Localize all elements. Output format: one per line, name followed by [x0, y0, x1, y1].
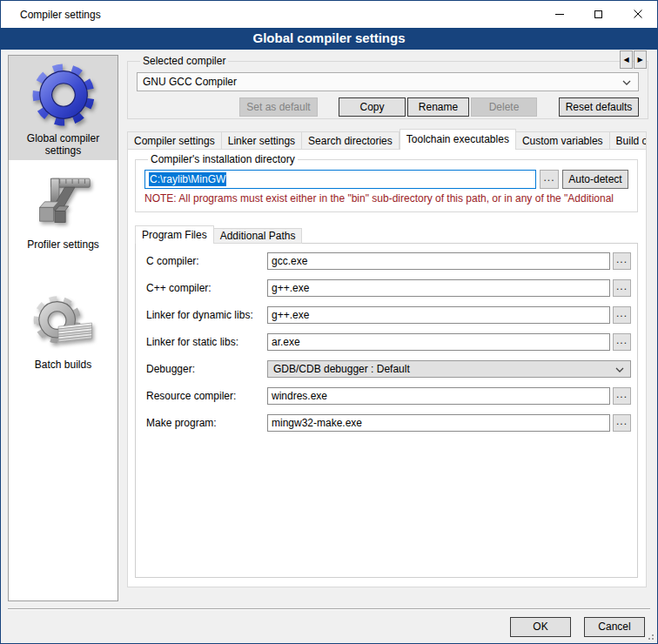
field-value: mingw32-make.exe [272, 417, 362, 429]
field-label: Make program: [146, 417, 267, 429]
make-program-browse-button[interactable]: ... [613, 414, 631, 432]
chevron-down-icon [615, 367, 624, 372]
tab-additional-paths[interactable]: Additional Paths [214, 228, 303, 244]
maximize-icon [594, 10, 602, 18]
debugger-select-value: GDB/CDB debugger : Default [273, 363, 410, 375]
spacer [537, 97, 559, 117]
field-row-debugger: Debugger: GDB/CDB debugger : Default [146, 360, 631, 378]
installation-directory-row: C:\raylib\MinGW ... Auto-detect [144, 170, 628, 189]
minimize-icon [555, 14, 564, 15]
installation-directory-legend: Compiler's installation directory [148, 153, 298, 165]
debugger-select[interactable]: GDB/CDB debugger : Default [267, 360, 631, 378]
tab-scroll-left-icon[interactable]: ◀ [620, 50, 633, 69]
field-row-cpp-compiler: C++ compiler: g++.exe ... [146, 279, 631, 297]
dialog-body: Global compiler settings [1, 50, 657, 643]
installation-directory-browse-button[interactable]: ... [540, 170, 559, 189]
field-value: windres.exe [272, 390, 327, 402]
cpp-compiler-input[interactable]: g++.exe [267, 279, 610, 297]
field-row-dynamic-linker: Linker for dynamic libs: g++.exe ... [146, 306, 631, 324]
field-row-make-program: Make program: mingw32-make.exe ... [146, 414, 631, 432]
field-label: C compiler: [146, 255, 267, 267]
chevron-down-icon [622, 80, 631, 85]
sidebar-item-label: Profiler settings [27, 238, 99, 251]
compiler-select-value: GNU GCC Compiler [143, 76, 237, 88]
settings-category-list: Global compiler settings [8, 55, 118, 601]
tab-linker-settings[interactable]: Linker settings [222, 131, 302, 150]
field-label: Linker for dynamic libs: [146, 309, 267, 321]
field-value: g++.exe [272, 282, 309, 294]
tab-toolchain-executables[interactable]: Toolchain executables [400, 129, 516, 150]
footer-divider [8, 608, 650, 610]
delete-button[interactable]: Delete [471, 97, 537, 117]
c-compiler-browse-button[interactable]: ... [613, 252, 631, 270]
installation-directory-input[interactable]: C:\raylib\MinGW [144, 170, 536, 189]
cpp-compiler-browse-button[interactable]: ... [613, 279, 631, 297]
field-label: C++ compiler: [146, 282, 267, 294]
minimize-button[interactable] [540, 1, 579, 27]
resource-compiler-browse-button[interactable]: ... [613, 387, 631, 405]
tab-compiler-settings[interactable]: Compiler settings [127, 131, 222, 150]
dynamic-linker-browse-button[interactable]: ... [613, 306, 631, 324]
sidebar-item-batch-builds[interactable]: Batch builds [9, 285, 118, 381]
installation-directory-value: C:\raylib\MinGW [149, 172, 226, 186]
maximize-button[interactable] [579, 1, 618, 27]
compiler-settings-dialog: Compiler settings Global compiler settin… [0, 0, 658, 644]
close-button[interactable] [618, 1, 657, 27]
sidebar-item-label: Batch builds [35, 359, 91, 371]
installation-directory-group: Compiler's installation directory C:\ray… [135, 153, 638, 212]
field-row-resource-compiler: Resource compiler: windres.exe ... [146, 387, 631, 405]
make-program-input[interactable]: mingw32-make.exe [267, 414, 610, 432]
selected-compiler-group: Selected compiler GNU GCC Compiler Set a… [127, 55, 648, 119]
field-row-c-compiler: C compiler: gcc.exe ... [146, 252, 631, 270]
program-files-panel: C compiler: gcc.exe ... C++ compiler: g+… [135, 243, 638, 578]
close-icon [634, 10, 642, 18]
sidebar-item-profiler-settings[interactable]: Profiler settings [9, 167, 118, 265]
field-label: Resource compiler: [146, 390, 267, 402]
bin-subdirectory-note: NOTE: All programs must exist either in … [144, 192, 628, 205]
field-label: Linker for static libs: [146, 336, 267, 348]
field-row-static-linker: Linker for static libs: ar.exe ... [146, 333, 631, 351]
blue-gear-icon [30, 61, 97, 129]
toolchain-executables-panel: Compiler's installation directory C:\ray… [127, 149, 647, 587]
cancel-button[interactable]: Cancel [584, 617, 645, 637]
title-bar: Compiler settings [1, 1, 657, 28]
set-as-default-button[interactable]: Set as default [239, 97, 318, 117]
program-files-tab-strip: Program Files Additional Paths [135, 225, 302, 244]
field-value: ar.exe [272, 336, 300, 348]
rename-button[interactable]: Rename [407, 97, 469, 117]
field-value: gcc.exe [272, 255, 307, 267]
caption-buttons [540, 1, 657, 27]
c-compiler-input[interactable]: gcc.exe [267, 252, 610, 270]
resource-compiler-input[interactable]: windres.exe [267, 387, 610, 405]
compiler-buttons-row: Set as default Copy Rename Delete Reset … [137, 97, 639, 117]
field-label: Debugger: [146, 363, 267, 375]
page-title: Global compiler settings [1, 28, 657, 50]
sidebar-item-global-compiler-settings[interactable]: Global compiler settings [9, 56, 118, 160]
tab-build-options[interactable]: Build options [610, 131, 647, 150]
auto-detect-button[interactable]: Auto-detect [562, 170, 628, 189]
ok-button[interactable]: OK [510, 617, 571, 637]
dynamic-linker-input[interactable]: g++.exe [267, 306, 610, 324]
profiler-caliper-icon [32, 172, 95, 235]
tab-scroll-right-icon[interactable]: ▶ [634, 50, 647, 69]
batch-builds-icon [31, 291, 96, 355]
selected-compiler-legend: Selected compiler [140, 55, 228, 67]
tab-search-directories[interactable]: Search directories [302, 131, 400, 150]
spacer [318, 97, 339, 117]
copy-button[interactable]: Copy [339, 97, 406, 117]
tab-program-files[interactable]: Program Files [135, 225, 214, 244]
static-linker-browse-button[interactable]: ... [613, 333, 631, 351]
window-title: Compiler settings [1, 9, 101, 21]
tab-custom-variables[interactable]: Custom variables [516, 131, 610, 150]
reset-defaults-button[interactable]: Reset defaults [559, 97, 639, 117]
sidebar-item-label: Global compiler settings [9, 132, 118, 157]
settings-tab-strip: Compiler settings Linker settings Search… [127, 129, 647, 150]
field-value: g++.exe [272, 309, 309, 321]
spacer [137, 97, 239, 117]
static-linker-input[interactable]: ar.exe [267, 333, 610, 351]
main-panel: Selected compiler GNU GCC Compiler Set a… [127, 50, 647, 607]
tab-scroll-arrows: ◀ ▶ [619, 50, 647, 69]
compiler-select[interactable]: GNU GCC Compiler [137, 72, 639, 91]
resize-grip[interactable] [646, 632, 655, 641]
